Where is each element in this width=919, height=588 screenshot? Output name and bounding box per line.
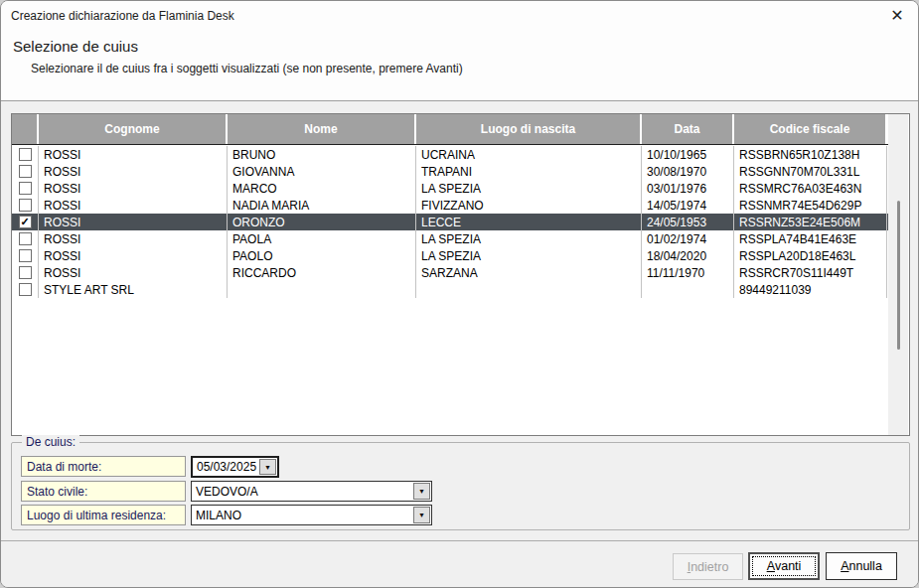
luogo-ultima-residenza-combobox[interactable]: MILANO ▼ — [191, 505, 432, 525]
cell-luogo-di-nascita: LA SPEZIA — [416, 247, 642, 264]
cell-cognome: ROSSI — [39, 163, 228, 180]
cell-nome: ORONZO — [228, 214, 416, 230]
cell-luogo-di-nascita: FIVIZZANO — [416, 197, 642, 214]
column-header-cognome[interactable]: Cognome — [39, 114, 228, 144]
cell-data: 11/11/1970 — [642, 264, 734, 281]
cell-codice-fiscale: RSSGNN70M70L331L — [734, 163, 887, 180]
data-di-morte-combobox[interactable]: 05/03/2025 ▼ — [191, 456, 279, 478]
table-row[interactable]: ROSSI NADIA MARIA FIVIZZANO 14/05/1974 R… — [12, 197, 888, 214]
row-checkbox[interactable] — [19, 165, 32, 178]
label-stato-civile: Stato civile: — [21, 481, 186, 502]
table-row[interactable]: STYLE ART SRL 89449211039 — [12, 281, 888, 298]
page-title: Selezione de cuius — [13, 38, 138, 55]
de-cuius-groupbox: De cuius: Data di morte: 05/03/2025 ▼ St… — [11, 442, 910, 530]
table-row[interactable]: ROSSI RICCARDO SARZANA 11/11/1970 RSSRCR… — [12, 264, 888, 281]
table-scrollbar[interactable] — [888, 114, 908, 435]
cell-data: 30/08/1970 — [642, 163, 734, 180]
row-checkbox[interactable] — [19, 232, 32, 245]
label-data-di-morte: Data di morte: — [21, 456, 186, 477]
column-header-select[interactable] — [12, 114, 39, 144]
cell-cognome: ROSSI — [39, 230, 228, 247]
page-subtitle: Selezionare il de cuius fra i soggetti v… — [31, 62, 463, 75]
column-header-data[interactable]: Data — [642, 114, 734, 144]
cell-codice-fiscale: RSSRNZ53E24E506M — [734, 214, 887, 230]
cell-codice-fiscale: RSSRCR70S11I449T — [734, 264, 887, 281]
column-header-codice-fiscale[interactable]: Codice fiscale — [734, 114, 887, 144]
close-icon: ✕ — [890, 6, 903, 25]
row-checkbox[interactable] — [19, 199, 32, 212]
cell-codice-fiscale: RSSPLA20D18E463L — [734, 247, 887, 264]
cell-data: 10/10/1965 — [642, 146, 734, 163]
cell-data: 14/05/1974 — [642, 197, 734, 214]
subjects-table: Cognome Nome Luogo di nascita Data Codic… — [11, 113, 910, 436]
cell-data: 03/01/1976 — [642, 180, 734, 197]
cell-nome: RICCARDO — [228, 264, 416, 281]
cell-cognome: ROSSI — [39, 214, 228, 230]
titlebar: Creazione dichiarazione da Flaminia Desk… — [1, 1, 918, 29]
column-header-luogo-di-nascita[interactable]: Luogo di nascita — [416, 114, 642, 144]
data-di-morte-value: 05/03/2025 — [193, 460, 258, 474]
window-title: Creazione dichiarazione da Flaminia Desk — [11, 9, 234, 23]
cell-nome: BRUNO — [228, 146, 416, 163]
cell-luogo-di-nascita: LECCE — [416, 214, 642, 230]
cell-data: 18/04/2020 — [642, 247, 734, 264]
dialog-creazione-dichiarazione: Creazione dichiarazione da Flaminia Desk… — [0, 0, 919, 588]
footer-bar: Indietro Avanti Annulla — [1, 540, 918, 588]
table-header: Cognome Nome Luogo di nascita Data Codic… — [12, 114, 888, 145]
luogo-ultima-residenza-value: MILANO — [192, 509, 412, 522]
row-checkbox[interactable] — [19, 182, 32, 195]
scrollbar-thumb[interactable] — [897, 201, 900, 350]
indietro-button[interactable]: Indietro — [673, 553, 743, 580]
column-header-nome[interactable]: Nome — [228, 114, 416, 144]
cell-cognome: ROSSI — [39, 197, 228, 214]
groupbox-legend: De cuius: — [22, 435, 79, 449]
chevron-down-icon[interactable]: ▼ — [413, 483, 430, 500]
cell-data — [642, 281, 734, 298]
cell-data: 01/02/1974 — [642, 230, 734, 247]
row-checkbox[interactable] — [19, 266, 32, 279]
row-checkbox[interactable] — [19, 148, 32, 161]
cell-nome: MARCO — [228, 180, 416, 197]
table-row-selected[interactable]: ROSSI ORONZO LECCE 24/05/1953 RSSRNZ53E2… — [12, 214, 888, 230]
table-row[interactable]: ROSSI GIOVANNA TRAPANI 30/08/1970 RSSGNN… — [12, 163, 888, 180]
cell-data: 24/05/1953 — [642, 214, 734, 230]
cell-nome: NADIA MARIA — [228, 197, 416, 214]
cell-cognome: ROSSI — [39, 180, 228, 197]
table-row[interactable]: ROSSI BRUNO UCRAINA 10/10/1965 RSSBRN65R… — [12, 146, 888, 163]
cell-nome: GIOVANNA — [228, 163, 416, 180]
cell-cognome: STYLE ART SRL — [39, 281, 228, 298]
cell-luogo-di-nascita: UCRAINA — [416, 146, 642, 163]
cell-nome: PAOLO — [228, 247, 416, 264]
cell-luogo-di-nascita: LA SPEZIA — [416, 180, 642, 197]
cell-nome: PAOLA — [228, 230, 416, 247]
cell-codice-fiscale: RSSBRN65R10Z138H — [734, 146, 887, 163]
row-checkbox[interactable] — [19, 283, 32, 296]
cell-cognome: ROSSI — [39, 264, 228, 281]
cell-nome — [228, 281, 416, 298]
cell-luogo-di-nascita: TRAPANI — [416, 163, 642, 180]
stato-civile-value: VEDOVO/A — [192, 485, 412, 499]
cell-luogo-di-nascita: SARZANA — [416, 264, 642, 281]
cell-luogo-di-nascita: LA SPEZIA — [416, 230, 642, 247]
row-checkbox[interactable] — [19, 249, 32, 262]
annulla-button[interactable]: Annulla — [826, 552, 897, 580]
cell-cognome: ROSSI — [39, 247, 228, 264]
table-row[interactable]: ROSSI MARCO LA SPEZIA 03/01/1976 RSSMRC7… — [12, 180, 888, 197]
cell-luogo-di-nascita — [416, 281, 642, 298]
avanti-button[interactable]: Avanti — [748, 552, 820, 580]
row-checkbox[interactable] — [19, 216, 32, 228]
chevron-down-icon[interactable]: ▼ — [413, 507, 430, 523]
label-luogo-ultima-residenza: Luogo di ultima residenza: — [21, 505, 186, 525]
close-button[interactable]: ✕ — [882, 3, 912, 27]
table-row[interactable]: ROSSI PAOLA LA SPEZIA 01/02/1974 RSSPLA7… — [12, 230, 888, 247]
cell-codice-fiscale: RSSPLA74B41E463E — [734, 230, 887, 247]
dialog-header-area: Creazione dichiarazione da Flaminia Desk… — [1, 1, 918, 101]
cell-cognome: ROSSI — [39, 146, 228, 163]
table-row[interactable]: ROSSI PAOLO LA SPEZIA 18/04/2020 RSSPLA2… — [12, 247, 888, 264]
stato-civile-combobox[interactable]: VEDOVO/A ▼ — [191, 481, 432, 502]
cell-codice-fiscale: 89449211039 — [734, 281, 887, 298]
cell-codice-fiscale: RSSMRC76A03E463N — [734, 180, 887, 197]
table-body: ROSSI BRUNO UCRAINA 10/10/1965 RSSBRN65R… — [12, 146, 888, 298]
cell-codice-fiscale: RSSNMR74E54D629P — [734, 197, 887, 214]
chevron-down-icon[interactable]: ▼ — [259, 459, 276, 475]
